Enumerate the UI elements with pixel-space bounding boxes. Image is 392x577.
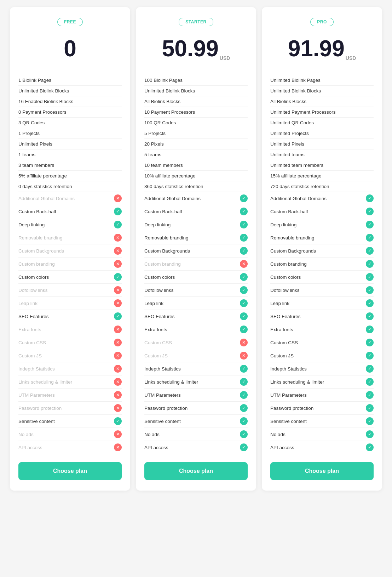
feature-name: UTM Parameters bbox=[270, 392, 363, 398]
feature-item: Unlimited Biolink Blocks bbox=[270, 86, 374, 96]
feature-item: Removable branding✓ bbox=[144, 231, 248, 244]
feature-item: UTM Parameters✓ bbox=[144, 389, 248, 402]
feature-item: Custom JS✕ bbox=[18, 349, 122, 362]
check-icon: ✓ bbox=[366, 247, 374, 255]
feature-name: Sensitive content bbox=[144, 419, 237, 424]
check-icon: ✓ bbox=[240, 404, 248, 412]
choose-plan-button-free[interactable]: Choose plan bbox=[18, 462, 122, 480]
feature-name: Dofollow links bbox=[144, 288, 237, 293]
plan-badge-free: FREE bbox=[57, 18, 83, 26]
feature-item: Unlimited QR Codes bbox=[270, 118, 374, 128]
feature-name: Custom branding bbox=[270, 261, 363, 267]
features-list-pro: Unlimited Biolink PagesUnlimited Biolink… bbox=[270, 75, 374, 454]
check-icon: ✓ bbox=[366, 365, 374, 373]
price-amount-free: 0 bbox=[64, 37, 76, 60]
choose-plan-button-starter[interactable]: Choose plan bbox=[144, 462, 248, 480]
check-icon: ✓ bbox=[366, 312, 374, 320]
feature-name: Extra fonts bbox=[144, 327, 237, 332]
feature-item: API access✓ bbox=[270, 441, 374, 454]
feature-item: 0 Payment Processors bbox=[18, 107, 122, 118]
feature-item: Custom JS✕ bbox=[144, 349, 248, 362]
feature-name: 5% affiliate percentage bbox=[18, 173, 122, 179]
feature-item: Additional Global Domains✕ bbox=[18, 192, 122, 205]
feature-item: Unlimited Pixels bbox=[18, 139, 122, 149]
feature-item: 3 QR Codes bbox=[18, 118, 122, 128]
feature-name: Custom Back-half bbox=[270, 209, 363, 214]
feature-item: SEO Features✓ bbox=[18, 310, 122, 323]
feature-item: Custom CSS✕ bbox=[144, 336, 248, 349]
feature-item: Indepth Statistics✕ bbox=[18, 362, 122, 375]
feature-item: Custom branding✕ bbox=[18, 258, 122, 271]
features-list-starter: 100 Biolink PagesUnlimited Biolink Block… bbox=[144, 75, 248, 454]
feature-name: Removable branding bbox=[270, 235, 363, 241]
feature-name: Dofollow links bbox=[270, 288, 363, 293]
feature-name: Unlimited team members bbox=[270, 163, 374, 168]
check-icon: ✓ bbox=[366, 404, 374, 412]
feature-name: Custom JS bbox=[270, 353, 363, 358]
check-icon: ✓ bbox=[366, 299, 374, 307]
feature-name: 0 days statistics retention bbox=[18, 184, 122, 189]
check-icon: ✓ bbox=[240, 194, 248, 202]
feature-name: API access bbox=[270, 445, 363, 450]
check-icon: ✓ bbox=[366, 417, 374, 425]
check-icon: ✓ bbox=[114, 417, 122, 425]
feature-item: Links scheduling & limiter✓ bbox=[144, 375, 248, 389]
feature-item: Extra fonts✓ bbox=[144, 323, 248, 336]
check-icon: ✓ bbox=[240, 378, 248, 386]
cross-icon: ✕ bbox=[114, 194, 122, 202]
feature-name: 16 Enabled Biolink Blocks bbox=[18, 99, 122, 104]
feature-name: No ads bbox=[18, 432, 111, 437]
features-list-free: 1 Biolink PagesUnlimited Biolink Blocks1… bbox=[18, 75, 122, 454]
feature-name: Password protection bbox=[144, 406, 237, 411]
feature-item: Unlimited team members bbox=[270, 160, 374, 171]
feature-name: All Biolink Blocks bbox=[270, 99, 374, 104]
feature-item: Deep linking✓ bbox=[18, 218, 122, 231]
feature-name: Sensitive content bbox=[270, 419, 363, 424]
feature-name: 5 teams bbox=[144, 152, 248, 157]
plan-card-free: FREE01 Biolink PagesUnlimited Biolink Bl… bbox=[10, 7, 130, 491]
feature-name: Custom CSS bbox=[270, 340, 363, 345]
check-icon: ✓ bbox=[114, 208, 122, 215]
feature-name: Custom branding bbox=[144, 261, 237, 267]
feature-item: Password protection✕ bbox=[18, 402, 122, 415]
feature-item: UTM Parameters✕ bbox=[18, 389, 122, 402]
plan-price-starter: 50.99USD bbox=[144, 33, 248, 64]
feature-name: Indepth Statistics bbox=[144, 366, 237, 372]
plan-card-pro: PRO91.99USDUnlimited Biolink PagesUnlimi… bbox=[262, 7, 382, 491]
feature-item: SEO Features✓ bbox=[270, 310, 374, 323]
feature-item: Indepth Statistics✓ bbox=[144, 362, 248, 375]
feature-item: 15% affiliate percentage bbox=[270, 171, 374, 181]
feature-item: Links scheduling & limiter✓ bbox=[270, 375, 374, 389]
feature-item: Unlimited Pixels bbox=[270, 139, 374, 149]
price-amount-pro: 91.99 bbox=[288, 37, 345, 60]
check-icon: ✓ bbox=[240, 443, 248, 451]
feature-item: Custom Back-half✓ bbox=[270, 205, 374, 218]
plan-price-free: 0 bbox=[18, 33, 122, 64]
check-icon: ✓ bbox=[366, 443, 374, 451]
check-icon: ✓ bbox=[366, 208, 374, 215]
feature-name: Custom colors bbox=[18, 275, 111, 280]
plan-badge-starter: STARTER bbox=[179, 18, 213, 26]
feature-item: Custom JS✓ bbox=[270, 349, 374, 362]
feature-item: Leap link✕ bbox=[18, 297, 122, 310]
feature-name: Leap link bbox=[144, 301, 237, 306]
plan-badge-pro: PRO bbox=[310, 18, 334, 26]
check-icon: ✓ bbox=[366, 286, 374, 294]
cross-icon: ✕ bbox=[240, 352, 248, 360]
check-icon: ✓ bbox=[240, 286, 248, 294]
feature-item: Removable branding✕ bbox=[18, 231, 122, 244]
check-icon: ✓ bbox=[366, 339, 374, 346]
feature-name: 10% affiliate percentage bbox=[144, 173, 248, 179]
feature-name: Custom JS bbox=[144, 353, 237, 358]
feature-name: Password protection bbox=[270, 406, 363, 411]
feature-name: Unlimited Biolink Pages bbox=[270, 78, 374, 83]
feature-name: Unlimited Biolink Blocks bbox=[144, 88, 248, 94]
price-currency-pro: USD bbox=[346, 55, 356, 64]
feature-item: Custom branding✕ bbox=[144, 258, 248, 271]
feature-item: 360 days statistics retention bbox=[144, 181, 248, 192]
feature-name: SEO Features bbox=[144, 314, 237, 319]
feature-item: 5 teams bbox=[144, 149, 248, 160]
feature-name: Unlimited Biolink Blocks bbox=[18, 88, 122, 94]
choose-plan-button-pro[interactable]: Choose plan bbox=[270, 462, 374, 480]
cross-icon: ✕ bbox=[114, 430, 122, 438]
